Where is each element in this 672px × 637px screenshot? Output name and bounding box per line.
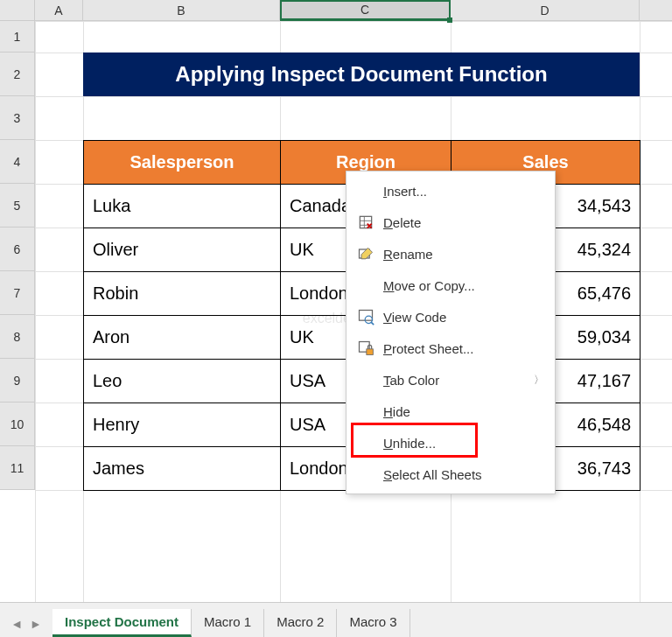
sheet-tab-macro-2[interactable]: Macro 2 bbox=[264, 609, 337, 637]
row-header-3[interactable]: 3 bbox=[0, 96, 34, 140]
menu-item-label: Move or Copy... bbox=[383, 278, 548, 293]
protect-icon bbox=[354, 339, 378, 358]
table-cell[interactable]: James bbox=[84, 447, 281, 491]
menu-item-view-code[interactable]: View Code bbox=[346, 301, 555, 332]
svg-rect-5 bbox=[360, 311, 373, 321]
menu-item-label: View Code bbox=[383, 310, 548, 325]
row-header-10[interactable]: 10 bbox=[0, 402, 34, 446]
menu-item-label: Protect Sheet... bbox=[383, 341, 548, 356]
title-cell: Applying Inspect Document Function bbox=[83, 52, 640, 96]
menu-item-label: Insert... bbox=[383, 184, 548, 199]
menu-item-insert[interactable]: Insert... bbox=[346, 175, 555, 206]
menu-item-delete[interactable]: Delete bbox=[346, 206, 555, 238]
menu-item-tab-color[interactable]: Tab Color〉 bbox=[346, 364, 555, 396]
row-header-8[interactable]: 8 bbox=[0, 315, 34, 359]
blank-icon bbox=[354, 465, 378, 484]
menu-item-move-or-copy[interactable]: Move or Copy... bbox=[346, 270, 555, 301]
sheet-tabs-area: ◄ ► Inspect DocumentMacro 1Macro 2Macro … bbox=[0, 602, 672, 637]
row-header-2[interactable]: 2 bbox=[0, 52, 34, 96]
menu-item-protect-sheet[interactable]: Protect Sheet... bbox=[346, 332, 555, 364]
svg-rect-9 bbox=[367, 349, 374, 355]
table-cell[interactable]: Robin bbox=[84, 272, 281, 316]
spreadsheet-area: ABCD 1234567891011 Applying Inspect Docu… bbox=[0, 0, 672, 602]
blank-icon bbox=[354, 433, 378, 452]
menu-item-select-all-sheets[interactable]: Select All Sheets bbox=[346, 458, 555, 490]
blank-icon bbox=[354, 181, 378, 200]
column-header-A[interactable]: A bbox=[35, 0, 83, 20]
row-header-5[interactable]: 5 bbox=[0, 184, 34, 228]
svg-line-7 bbox=[371, 322, 374, 325]
table-header: Salesperson bbox=[84, 141, 281, 185]
blank-icon bbox=[354, 370, 378, 389]
sheet-tab-inspect-document[interactable]: Inspect Document bbox=[52, 609, 192, 637]
sheet-tab-macro-3[interactable]: Macro 3 bbox=[337, 609, 410, 637]
column-header-B[interactable]: B bbox=[83, 0, 280, 20]
column-headers: ABCD bbox=[35, 0, 672, 21]
sheet-tab-context-menu: Insert...DeleteRenameMove or Copy...View… bbox=[346, 171, 556, 494]
table-cell[interactable]: Leo bbox=[84, 360, 281, 403]
menu-item-label: Delete bbox=[383, 215, 548, 230]
tab-nav-buttons: ◄ ► bbox=[0, 611, 52, 637]
table-cell[interactable]: Oliver bbox=[84, 228, 281, 272]
row-header-11[interactable]: 11 bbox=[0, 446, 34, 490]
column-header-C[interactable]: C bbox=[280, 0, 451, 20]
menu-item-label: Tab Color bbox=[383, 373, 534, 388]
menu-item-label: Rename bbox=[383, 247, 548, 262]
row-header-7[interactable]: 7 bbox=[0, 271, 34, 315]
submenu-arrow-icon: 〉 bbox=[534, 373, 544, 388]
tab-nav-prev-icon[interactable]: ◄ bbox=[10, 617, 23, 631]
gridline bbox=[35, 21, 672, 22]
rename-icon bbox=[354, 244, 378, 263]
tab-nav-next-icon[interactable]: ► bbox=[30, 617, 42, 631]
gridline bbox=[35, 96, 672, 97]
select-all-corner[interactable] bbox=[0, 0, 35, 21]
menu-item-unhide[interactable]: Unhide... bbox=[346, 427, 555, 458]
column-header-D[interactable]: D bbox=[451, 0, 640, 20]
delete-icon bbox=[354, 213, 378, 232]
blank-icon bbox=[354, 402, 378, 421]
table-cell[interactable]: Luka bbox=[84, 185, 281, 228]
menu-item-label: Hide bbox=[383, 404, 548, 419]
menu-item-label: Unhide... bbox=[383, 436, 548, 451]
table-cell[interactable]: Henry bbox=[84, 403, 281, 447]
menu-item-rename[interactable]: Rename bbox=[346, 238, 555, 270]
menu-item-label: Select All Sheets bbox=[383, 467, 548, 482]
row-header-9[interactable]: 9 bbox=[0, 359, 34, 402]
row-headers: 1234567891011 bbox=[0, 21, 35, 490]
row-header-1[interactable]: 1 bbox=[0, 21, 34, 52]
table-cell[interactable]: Aron bbox=[84, 316, 281, 360]
sheet-tab-macro-1[interactable]: Macro 1 bbox=[192, 609, 264, 637]
row-header-6[interactable]: 6 bbox=[0, 228, 34, 271]
gridline bbox=[35, 21, 36, 602]
blank-icon bbox=[354, 276, 378, 295]
row-header-4[interactable]: 4 bbox=[0, 140, 34, 184]
viewcode-icon bbox=[354, 307, 378, 326]
menu-item-hide[interactable]: Hide bbox=[346, 396, 555, 427]
